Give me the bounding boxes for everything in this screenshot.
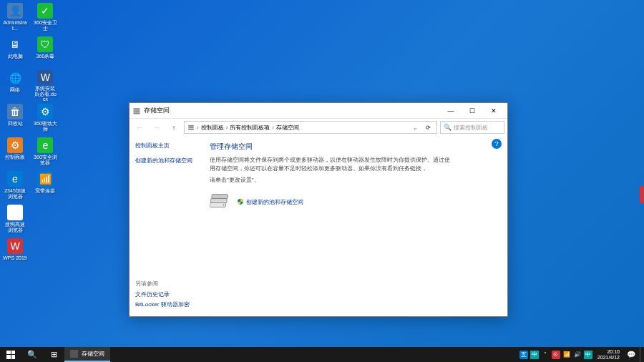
desktop-icon-image: 👤 (7, 3, 23, 19)
desktop-icon[interactable]: ⚙360驱动大师 (33, 104, 57, 136)
create-pool-sidebar-link[interactable]: 创建新的池和存储空间 (135, 157, 195, 165)
svg-rect-4 (188, 127, 194, 128)
breadcrumb-home-icon (187, 124, 195, 131)
storage-spaces-window: 存储空间 — ☐ ✕ ← → ↑ › 控制面板 › 所有控制面板项 › 存储空间… (129, 102, 508, 317)
ime-mode-indicator[interactable]: 中 (530, 351, 539, 359)
breadcrumb[interactable]: › 控制面板 › 所有控制面板项 › 存储空间 ⌄ ⟳ (184, 121, 437, 134)
system-tray: 五 中 ˄ ⊙ 📶 🔊 中 20:10 2021/4/12 💬 (519, 347, 644, 362)
desktop-icon[interactable]: S搜狗高速浏览器 (3, 205, 27, 237)
desktop-icon-image: ⚙ (7, 137, 23, 153)
desktop-icon[interactable]: 🗑回收站 (3, 104, 27, 136)
clock[interactable]: 20:10 2021/4/12 (595, 349, 623, 360)
page-heading: 管理存储空间 (210, 142, 499, 152)
desktop-icon-label: 网络 (10, 87, 20, 93)
desktop-icon[interactable]: W系统安装后必看.docx (33, 70, 57, 102)
desktop-icon[interactable]: ⚙控制面板 (3, 137, 27, 170)
breadcrumb-item[interactable]: 所有控制面板项 (230, 124, 270, 132)
desktop-icon-label: 回收站 (8, 121, 23, 127)
edge-tab-badge[interactable] (640, 186, 644, 203)
network-icon[interactable]: 📶 (562, 351, 571, 359)
create-pool-link[interactable]: 创建新的池和存储空间 (237, 198, 303, 206)
related-links: 另请参阅 文件历史记录 BitLocker 驱动器加密 (135, 280, 190, 310)
svg-rect-7 (211, 199, 228, 203)
desktop-icon-label: Administrat... (3, 20, 27, 31)
drives-icon (210, 192, 231, 212)
create-pool-row: 创建新的池和存储空间 (210, 192, 499, 212)
taskbar-app-storage-spaces[interactable]: 存储空间 (64, 347, 110, 362)
related-header: 另请参阅 (135, 280, 190, 288)
windows-logo-icon (6, 351, 15, 359)
desktop-icon[interactable]: 🛡360杀毒 (33, 36, 57, 69)
ime-lang-indicator[interactable]: 中 (584, 351, 592, 359)
desktop-icon-label: 系统安装后必看.docx (33, 86, 57, 102)
svg-rect-1 (134, 110, 140, 112)
desktop-icon-image: ✓ (37, 3, 53, 19)
control-panel-home-link[interactable]: 控制面板主页 (135, 142, 195, 150)
desktop-icon-label: 360安全浏览器 (33, 155, 57, 165)
desktop-icon-label: 2345加速浏览器 (3, 188, 27, 199)
taskbar: 🔍 ⊞ 存储空间 五 中 ˄ ⊙ 📶 🔊 中 20:10 2021/4/12 💬 (0, 347, 644, 362)
action-center-button[interactable]: 💬 (625, 351, 638, 358)
desktop-icon-image: 🖥 (7, 36, 23, 52)
desktop-icon[interactable]: 🌐网络 (3, 70, 27, 102)
svg-rect-2 (134, 112, 140, 114)
forward-button[interactable]: → (150, 121, 164, 134)
desktop-icon-image: W (7, 238, 23, 254)
maximize-button[interactable]: ☐ (462, 104, 483, 118)
desktop-icon-image: e (7, 171, 23, 187)
title-bar: 存储空间 — ☐ ✕ (130, 103, 507, 119)
tray-app-icon[interactable]: ⊙ (552, 351, 560, 359)
desktop-icons-grid: 👤Administrat...🖥此电脑🌐网络🗑回收站⚙控制面板e2345加速浏览… (3, 3, 60, 272)
address-bar: ← → ↑ › 控制面板 › 所有控制面板项 › 存储空间 ⌄ ⟳ 🔍 搜索控制… (130, 119, 507, 136)
task-view-button[interactable]: ⊞ (43, 347, 64, 362)
desktop-icon-image: 🛡 (37, 36, 53, 52)
minimize-button[interactable]: — (440, 104, 462, 118)
description-text: 使用存储空间将文件保存到两个或更多驱动器，以便在驱动器发生故障时为你提供保护。通… (210, 156, 453, 173)
desktop-icon[interactable]: WWPS 2019 (3, 238, 27, 270)
desktop-icon-image: 📶 (37, 171, 53, 187)
desktop-icon[interactable]: e360安全浏览器 (33, 137, 57, 170)
desktop-icon-image: e (37, 137, 53, 153)
desktop-icon-image: S (7, 205, 23, 220)
refresh-button[interactable]: ⟳ (422, 124, 434, 131)
description-text-2: 请单击"更改设置"。 (210, 176, 453, 185)
bitlocker-link[interactable]: BitLocker 驱动器加密 (135, 300, 190, 308)
show-desktop-button[interactable] (640, 347, 643, 362)
desktop-icon-image: W (37, 70, 53, 84)
close-button[interactable]: ✕ (483, 104, 504, 118)
desktop-icon[interactable]: e2345加速浏览器 (3, 171, 27, 203)
volume-icon[interactable]: 🔊 (573, 351, 582, 359)
search-taskbar-button[interactable]: 🔍 (21, 347, 43, 362)
breadcrumb-dropdown[interactable]: ⌄ (410, 124, 420, 131)
svg-rect-3 (188, 125, 194, 127)
back-button[interactable]: ← (132, 121, 147, 134)
uac-shield-icon (237, 198, 244, 205)
tray-overflow-button[interactable]: ˄ (541, 351, 550, 359)
breadcrumb-item[interactable]: 存储空间 (276, 124, 299, 132)
app-icon (70, 350, 78, 358)
desktop-icon-image: 🗑 (7, 104, 23, 119)
desktop-icon[interactable]: ✓360安全卫士 (33, 3, 57, 35)
window-icon (132, 107, 141, 115)
ime-indicator[interactable]: 五 (519, 351, 528, 359)
help-button[interactable]: ? (492, 139, 502, 149)
content-pane: ? 管理存储空间 使用存储空间将文件保存到两个或更多驱动器，以便在驱动器发生故障… (201, 136, 507, 316)
desktop: 👤Administrat...🖥此电脑🌐网络🗑回收站⚙控制面板e2345加速浏览… (0, 0, 644, 347)
svg-rect-5 (188, 129, 194, 130)
desktop-icon-label: WPS 2019 (3, 255, 26, 261)
desktop-icon-label: 360安全卫士 (33, 20, 57, 31)
desktop-icon[interactable]: 👤Administrat... (3, 3, 27, 35)
start-button[interactable] (0, 347, 21, 362)
sidebar: 控制面板主页 创建新的池和存储空间 另请参阅 文件历史记录 BitLocker … (130, 136, 201, 316)
file-history-link[interactable]: 文件历史记录 (135, 290, 190, 298)
svg-point-9 (223, 205, 225, 206)
desktop-icon-image: 🌐 (7, 70, 23, 86)
window-title: 存储空间 (144, 106, 440, 115)
desktop-icon-label: 宽带连接 (35, 188, 55, 194)
desktop-icon-label: 搜狗高速浏览器 (3, 222, 27, 233)
breadcrumb-item[interactable]: 控制面板 (201, 124, 224, 132)
desktop-icon[interactable]: 📶宽带连接 (33, 171, 57, 203)
up-button[interactable]: ↑ (167, 121, 181, 134)
search-input[interactable]: 🔍 搜索控制面板 (440, 121, 504, 134)
desktop-icon[interactable]: 🖥此电脑 (3, 36, 27, 69)
